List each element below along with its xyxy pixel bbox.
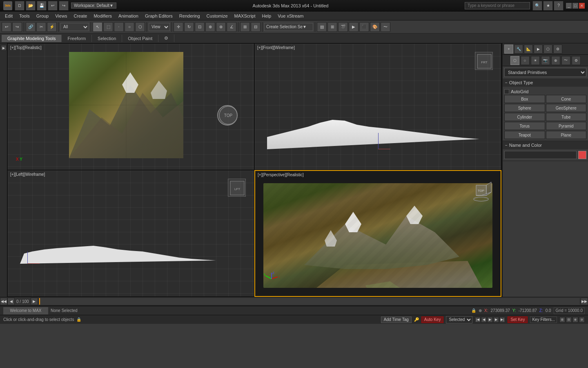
left-panel-btn[interactable]: ▶ (1, 45, 7, 51)
scale-btn[interactable]: ⊡ (195, 22, 205, 32)
menu-rendering[interactable]: Rendering (176, 13, 203, 19)
menu-graph-editors[interactable]: Graph Editors (142, 13, 176, 19)
pb-next-btn[interactable]: ▶ (493, 317, 499, 323)
vp-top-viewcube[interactable]: TOP (217, 105, 238, 126)
timeline-back-btn[interactable]: ◀◀ (0, 298, 7, 305)
set-key-button[interactable]: Set Key (508, 316, 528, 323)
angle-snap-btn[interactable]: ∠ (227, 22, 236, 32)
material-editor-btn[interactable]: 🎨 (370, 22, 380, 32)
sphere-button[interactable]: Sphere (504, 104, 545, 112)
pb-play-btn[interactable]: ▶ (487, 317, 493, 323)
select-dot-btn[interactable]: · (114, 22, 124, 32)
timeline-play-btn[interactable]: ▶ (31, 298, 38, 305)
view-dropdown[interactable]: View World Local (149, 23, 170, 31)
select-move-btn[interactable]: ✛ (174, 22, 183, 32)
minimize-button[interactable]: _ (566, 3, 572, 9)
viewport-left[interactable]: [+][Left][Wireframe] LFT (7, 170, 254, 297)
search-icon-btn[interactable]: 🔍 (532, 1, 542, 11)
menu-maxscript[interactable]: MAXScript (231, 13, 259, 19)
cat-shapes-icon[interactable]: ○ (521, 56, 530, 65)
menu-edit[interactable]: Edit (2, 13, 16, 19)
scene-states-btn[interactable]: ⊞ (327, 22, 337, 32)
viewport-top[interactable]: [+][Top][Realistic] (7, 43, 254, 170)
panel-create-icon[interactable]: + (504, 45, 513, 54)
torus-button[interactable]: Torus (504, 122, 545, 130)
render-setup-btn[interactable]: 🎬 (338, 22, 348, 32)
render-prod-btn[interactable]: ⬛ (359, 22, 369, 32)
curve-editor-btn[interactable]: 〜 (381, 22, 390, 32)
undo-btn[interactable]: ↩ (2, 22, 11, 32)
object-type-header[interactable]: − Object Type (503, 79, 588, 87)
graphite-tab-modeling[interactable]: Graphite Modeling Tools (2, 35, 62, 42)
window-controls[interactable]: _ □ ✕ (566, 3, 585, 9)
select-circle-btn[interactable]: ○ (125, 22, 134, 32)
name-color-header[interactable]: − Name and Color (503, 141, 588, 149)
select-btn[interactable]: ↖ (93, 22, 102, 32)
cylinder-button[interactable]: Cylinder (504, 113, 545, 121)
pb-start-btn[interactable]: |◀ (475, 317, 481, 323)
open-btn[interactable]: 📂 (26, 1, 36, 11)
pb-end-btn[interactable]: ▶| (499, 317, 505, 323)
timeline-prev-btn[interactable]: ◀ (7, 298, 15, 305)
pb-prev-btn[interactable]: ◀ (481, 317, 487, 323)
panel-modify-icon[interactable]: 🔧 (514, 45, 523, 54)
menu-animation[interactable]: Animation (115, 13, 142, 19)
stat-icon4[interactable]: ⊘ (579, 317, 585, 323)
right-statusbar-icons[interactable]: ⊞ ⊟ ⊕ ⊘ (559, 317, 585, 323)
save-btn[interactable]: 💾 (37, 1, 47, 11)
cat-geometry-icon[interactable]: ⬡ (510, 56, 519, 65)
unlink-btn[interactable]: ✂ (36, 22, 46, 32)
redo-title-btn[interactable]: ↪ (59, 1, 69, 11)
plane-button[interactable]: Plane (546, 131, 587, 139)
graphite-tab-extra[interactable]: ⚙ (158, 34, 174, 42)
select-icon[interactable]: ⊕ (479, 308, 482, 313)
vp-front-viewcube[interactable]: FRT (475, 52, 493, 70)
tube-button[interactable]: Tube (546, 113, 587, 121)
key-icon[interactable]: 🔑 (414, 317, 419, 322)
stat-icon2[interactable]: ⊟ (566, 317, 572, 323)
playback-controls[interactable]: |◀ ◀ ▶ ▶ ▶| (475, 317, 505, 323)
teapot-button[interactable]: Teapot (504, 131, 545, 139)
key-filters-button[interactable]: Key Filters... (530, 316, 557, 323)
menu-modifiers[interactable]: Modifiers (90, 13, 115, 19)
cat-helpers-icon[interactable]: ⊕ (551, 56, 560, 65)
snap2d-btn[interactable]: ⊕ (205, 22, 215, 32)
cat-spacewarps-icon[interactable]: 〜 (561, 56, 570, 65)
named-selection-dropdown[interactable]: Create Selection Se▼ (264, 23, 313, 31)
color-swatch[interactable] (578, 151, 586, 159)
filter-dropdown[interactable]: All Geometry Shapes (60, 23, 89, 31)
lock-icon2[interactable]: 🔒 (76, 317, 81, 322)
timeline-cursor[interactable] (39, 298, 40, 305)
welcome-to-max[interactable]: Welcome to MAX (3, 307, 48, 314)
panel-scroll-area[interactable]: − Object Type AutoGrid Box Cone Sphere G… (503, 79, 588, 297)
link-btn[interactable]: 🔗 (26, 22, 36, 32)
bookmark-btn[interactable]: ★ (543, 1, 553, 11)
bind-btn[interactable]: ⚡ (47, 22, 57, 32)
undo-title-btn[interactable]: ↩ (48, 1, 58, 11)
selected-dropdown[interactable]: Selected All (446, 316, 472, 323)
autogrid-checkbox[interactable] (504, 89, 509, 94)
pyramid-button[interactable]: Pyramid (546, 122, 587, 130)
primitives-dropdown[interactable]: Standard Primitives Extended Primitives … (504, 68, 586, 77)
rotate-btn[interactable]: ↻ (184, 22, 194, 32)
add-time-tag-btn[interactable]: Add Time Tag (381, 316, 412, 323)
name-input-field[interactable] (504, 151, 577, 159)
new-btn[interactable]: 🗋 (15, 1, 24, 11)
auto-key-button[interactable]: Auto Key (421, 316, 444, 323)
timeline-track[interactable] (39, 298, 580, 305)
panel-utils-icon[interactable]: ⚙ (553, 45, 562, 54)
panel-display-icon[interactable]: ⬡ (543, 45, 552, 54)
stat-icon1[interactable]: ⊞ (559, 317, 565, 323)
menu-tools[interactable]: Tools (16, 13, 33, 19)
vp-persp-viewcube[interactable]: TOP (470, 179, 492, 202)
snap3d-btn[interactable]: ⊛ (216, 22, 226, 32)
menu-create[interactable]: Create (70, 13, 90, 19)
cat-lights-icon[interactable]: ☀ (531, 56, 540, 65)
box-button[interactable]: Box (504, 95, 545, 103)
panel-motion-icon[interactable]: ▶ (534, 45, 543, 54)
redo-btn[interactable]: ↪ (12, 22, 22, 32)
menu-views[interactable]: Views (52, 13, 70, 19)
render-frame-btn[interactable]: ▶ (349, 22, 359, 32)
layers-btn[interactable]: ▤ (317, 22, 327, 32)
search-input[interactable] (465, 2, 530, 9)
